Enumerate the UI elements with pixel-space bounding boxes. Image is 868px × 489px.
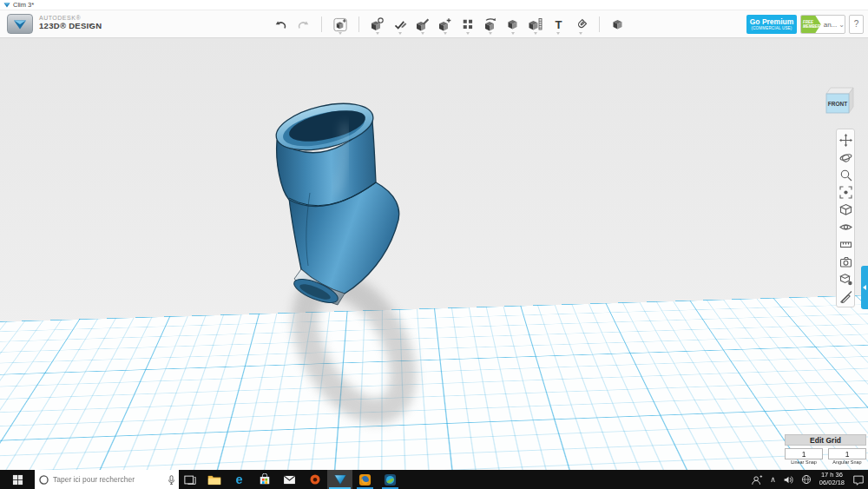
units-button[interactable] bbox=[837, 235, 854, 253]
microphone-icon[interactable] bbox=[168, 474, 175, 486]
angular-snap-input[interactable] bbox=[828, 448, 866, 459]
pipe-elbow-model[interactable] bbox=[272, 96, 399, 307]
viewcube-front-label: FRONT bbox=[828, 101, 847, 107]
material-button[interactable] bbox=[608, 14, 628, 35]
commercial-use-label: (COMMERCIAL USE) bbox=[746, 26, 797, 30]
dropdown-caret-icon bbox=[534, 32, 537, 35]
transform-button[interactable] bbox=[368, 14, 387, 35]
3d-viewport[interactable]: FRONT Edit Grid Linear Snap Angular Snap bbox=[0, 38, 868, 470]
fit-button[interactable] bbox=[837, 183, 854, 201]
dropdown-caret-icon bbox=[339, 32, 342, 35]
insert-primitives-button[interactable] bbox=[331, 14, 350, 35]
taskbar-app-green-blue-app[interactable] bbox=[378, 470, 403, 489]
construct-button[interactable] bbox=[413, 14, 432, 35]
main-toolbar: T bbox=[271, 12, 628, 36]
linear-snap-label: Linear Snap bbox=[785, 459, 823, 465]
clock[interactable]: 17 h 36 06/02/18 bbox=[815, 472, 849, 486]
search-input[interactable] bbox=[53, 475, 164, 484]
task-view-icon bbox=[184, 474, 196, 486]
view-cube[interactable]: FRONT bbox=[819, 82, 858, 122]
svg-text:T: T bbox=[555, 18, 562, 31]
hidden-icons-chevron[interactable]: ∧ bbox=[766, 470, 779, 489]
network-icon[interactable] bbox=[798, 470, 815, 489]
angular-snap-label: Angular Snap bbox=[828, 459, 866, 465]
people-icon[interactable] bbox=[747, 470, 766, 489]
123d-triangle-icon bbox=[12, 17, 28, 31]
dropdown-caret-icon bbox=[444, 32, 447, 35]
account-name: an... bbox=[824, 21, 838, 29]
navigation-toolbar bbox=[836, 129, 855, 307]
view-settings-button[interactable] bbox=[837, 201, 854, 218]
go-premium-label: Go Premium bbox=[746, 17, 797, 26]
snap-button[interactable] bbox=[571, 14, 590, 35]
screenshot-button[interactable] bbox=[837, 253, 854, 270]
start-button[interactable] bbox=[0, 470, 35, 489]
toolbar-separator bbox=[321, 17, 322, 32]
app-window-icon bbox=[3, 2, 10, 9]
clock-date: 06/02/18 bbox=[819, 479, 845, 487]
taskbar-search[interactable] bbox=[35, 470, 179, 489]
taskbar-apps: e bbox=[201, 470, 403, 489]
zoom-button[interactable] bbox=[837, 166, 854, 183]
taskbar-app-mail[interactable] bbox=[277, 470, 302, 489]
account-chevron-icon: ⌄ bbox=[838, 21, 845, 29]
scene bbox=[0, 38, 868, 470]
action-center-icon[interactable] bbox=[849, 470, 868, 489]
taskbar-app-orange-ring-app[interactable] bbox=[302, 470, 327, 489]
task-view-button[interactable] bbox=[179, 470, 201, 489]
toolbar-separator bbox=[599, 17, 600, 32]
toolbar-separator bbox=[358, 17, 359, 32]
grouping-button[interactable] bbox=[481, 14, 500, 35]
taskbar-app-edge-browser[interactable]: e bbox=[227, 470, 252, 489]
window-titlebar: Clim 3* bbox=[0, 0, 868, 10]
taskbar-app-file-explorer[interactable] bbox=[201, 470, 227, 489]
cortana-icon bbox=[38, 474, 49, 486]
dropdown-caret-icon bbox=[376, 32, 379, 35]
undo-button[interactable] bbox=[271, 14, 290, 35]
app-header: AUTODESK® 123D® DESIGN ⌄ T Go Premium (C… bbox=[0, 10, 868, 38]
combine-button[interactable] bbox=[503, 14, 523, 35]
taskbar-app-microsoft-store[interactable] bbox=[252, 470, 277, 489]
toggle-sketches-button[interactable] bbox=[837, 287, 854, 305]
main-menu-chevron-icon[interactable]: ⌄ bbox=[87, 17, 95, 29]
dropdown-caret-icon bbox=[556, 32, 560, 35]
app-logo[interactable] bbox=[7, 14, 33, 34]
material-browser-button[interactable] bbox=[837, 270, 854, 287]
text-button[interactable]: T bbox=[549, 14, 568, 35]
free-member-badge: FREE MEMBER bbox=[801, 16, 821, 33]
orbit-button[interactable] bbox=[837, 149, 854, 166]
measure-button[interactable] bbox=[526, 14, 545, 35]
dropdown-caret-icon bbox=[398, 32, 402, 35]
window-title: Clim 3* bbox=[13, 1, 34, 9]
windows-taskbar: e ∧ 17 h 36 06/02/18 bbox=[0, 470, 868, 489]
system-tray: ∧ 17 h 36 06/02/18 bbox=[747, 470, 868, 489]
volume-icon[interactable] bbox=[779, 470, 798, 489]
edit-grid-button[interactable]: Edit Grid bbox=[785, 434, 866, 446]
membership-button[interactable]: FREE MEMBER an... ⌄ bbox=[800, 15, 845, 34]
dropdown-caret-icon bbox=[421, 32, 424, 35]
dropdown-caret-icon bbox=[489, 32, 492, 35]
linear-snap-input[interactable] bbox=[785, 448, 823, 459]
sketch-button[interactable] bbox=[391, 14, 410, 35]
pan-button[interactable] bbox=[837, 131, 854, 149]
redo-button[interactable] bbox=[293, 14, 312, 35]
windows-logo-icon bbox=[12, 474, 23, 486]
pattern-button[interactable] bbox=[458, 14, 477, 35]
edit-grid-panel: Edit Grid Linear Snap Angular Snap bbox=[785, 434, 866, 465]
modify-button[interactable] bbox=[436, 14, 455, 35]
taskbar-app-orange-blue-app[interactable] bbox=[352, 470, 378, 489]
svg-text:e: e bbox=[235, 473, 242, 486]
help-button[interactable]: ? bbox=[849, 15, 864, 34]
parts-drawer-handle[interactable] bbox=[861, 266, 868, 309]
go-premium-button[interactable]: Go Premium (COMMERCIAL USE) bbox=[746, 15, 797, 34]
taskbar-app-123d-design[interactable] bbox=[327, 470, 352, 489]
dropdown-caret-icon bbox=[466, 32, 470, 35]
dropdown-caret-icon bbox=[511, 32, 515, 35]
dropdown-caret-icon bbox=[579, 32, 582, 35]
visibility-button[interactable] bbox=[837, 218, 854, 235]
